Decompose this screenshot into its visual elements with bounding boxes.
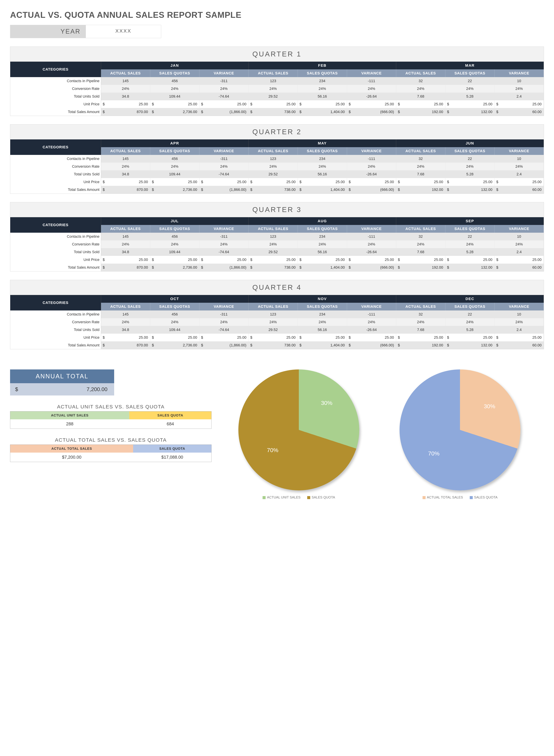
data-cell[interactable]: 456 (150, 233, 199, 240)
data-cell[interactable]: $25.00 (298, 100, 347, 108)
data-cell[interactable]: 24% (101, 240, 150, 248)
data-cell[interactable]: 10 (494, 233, 544, 240)
data-cell[interactable]: 29.52 (248, 248, 298, 256)
data-cell[interactable]: $25.00 (248, 100, 298, 108)
data-cell[interactable]: $2,736.00 (150, 186, 199, 194)
data-cell[interactable]: 123 (248, 77, 298, 85)
data-cell[interactable]: 22 (445, 155, 494, 163)
data-cell[interactable]: $25.00 (494, 334, 544, 341)
data-cell[interactable]: $25.00 (347, 100, 396, 108)
data-cell[interactable]: $25.00 (347, 334, 396, 341)
data-cell[interactable]: $25.00 (101, 178, 150, 186)
data-cell[interactable]: $1,404.00 (298, 186, 347, 194)
data-cell[interactable]: $25.00 (150, 100, 199, 108)
data-cell[interactable]: 5.28 (445, 170, 494, 178)
data-cell[interactable]: -111 (347, 233, 396, 240)
data-cell[interactable]: $(1,866.00) (199, 264, 248, 271)
data-cell[interactable]: 24% (199, 85, 248, 93)
data-cell[interactable]: $25.00 (494, 178, 544, 186)
data-cell[interactable]: 24% (445, 318, 494, 326)
data-cell[interactable]: 24% (298, 318, 347, 326)
data-cell[interactable]: 24% (347, 163, 396, 170)
data-cell[interactable]: 56.16 (298, 248, 347, 256)
data-cell[interactable]: $25.00 (396, 178, 445, 186)
data-cell[interactable]: 29.52 (248, 170, 298, 178)
data-cell[interactable]: 24% (445, 240, 494, 248)
data-cell[interactable]: 234 (298, 77, 347, 85)
data-cell[interactable]: 24% (101, 318, 150, 326)
data-cell[interactable]: $(666.00) (347, 264, 396, 271)
data-cell[interactable]: 456 (150, 310, 199, 318)
data-cell[interactable]: 109.44 (150, 170, 199, 178)
data-cell[interactable]: 2.4 (494, 170, 544, 178)
data-cell[interactable]: 7.68 (396, 248, 445, 256)
data-cell[interactable]: $192.00 (396, 264, 445, 271)
data-cell[interactable]: $738.00 (248, 186, 298, 194)
data-cell[interactable]: 24% (445, 85, 494, 93)
data-cell[interactable]: 24% (150, 318, 199, 326)
year-input[interactable]: XXXX (86, 25, 161, 38)
data-cell[interactable]: 56.16 (298, 170, 347, 178)
data-cell[interactable]: $25.00 (347, 256, 396, 264)
data-cell[interactable]: -311 (199, 233, 248, 240)
data-cell[interactable]: -74.64 (199, 170, 248, 178)
data-cell[interactable]: $25.00 (298, 178, 347, 186)
data-cell[interactable]: $25.00 (101, 256, 150, 264)
data-cell[interactable]: 24% (494, 318, 544, 326)
data-cell[interactable]: $870.00 (101, 341, 150, 349)
data-cell[interactable]: 32 (396, 155, 445, 163)
data-cell[interactable]: 145 (101, 155, 150, 163)
data-cell[interactable]: -311 (199, 77, 248, 85)
data-cell[interactable]: 34.8 (101, 326, 150, 334)
data-cell[interactable]: $738.00 (248, 108, 298, 116)
data-cell[interactable]: $25.00 (199, 334, 248, 341)
data-cell[interactable]: $60.00 (494, 264, 544, 271)
data-cell[interactable]: 234 (298, 155, 347, 163)
data-cell[interactable]: 22 (445, 77, 494, 85)
data-cell[interactable]: $1,404.00 (298, 341, 347, 349)
data-cell[interactable]: 2.4 (494, 248, 544, 256)
data-cell[interactable]: $25.00 (298, 334, 347, 341)
data-cell[interactable]: 24% (101, 85, 150, 93)
data-cell[interactable]: $25.00 (150, 178, 199, 186)
data-cell[interactable]: $25.00 (445, 256, 494, 264)
data-cell[interactable]: $25.00 (396, 256, 445, 264)
data-cell[interactable]: $(1,866.00) (199, 341, 248, 349)
data-cell[interactable]: 56.16 (298, 93, 347, 100)
data-cell[interactable]: -74.64 (199, 93, 248, 100)
data-cell[interactable]: 2.4 (494, 326, 544, 334)
data-cell[interactable]: 7.68 (396, 326, 445, 334)
data-cell[interactable]: -74.64 (199, 248, 248, 256)
data-cell[interactable]: 29.52 (248, 93, 298, 100)
data-cell[interactable]: -311 (199, 155, 248, 163)
data-cell[interactable]: 32 (396, 310, 445, 318)
data-cell[interactable]: 22 (445, 310, 494, 318)
data-cell[interactable]: 24% (396, 240, 445, 248)
data-cell[interactable]: $25.00 (101, 100, 150, 108)
data-cell[interactable]: 109.44 (150, 326, 199, 334)
data-cell[interactable]: $132.00 (445, 264, 494, 271)
data-cell[interactable]: -26.64 (347, 170, 396, 178)
data-cell[interactable]: 24% (445, 163, 494, 170)
data-cell[interactable]: $25.00 (248, 334, 298, 341)
data-cell[interactable]: 24% (150, 85, 199, 93)
data-cell[interactable]: $870.00 (101, 108, 150, 116)
data-cell[interactable]: 29.52 (248, 326, 298, 334)
data-cell[interactable]: 145 (101, 310, 150, 318)
data-cell[interactable]: 24% (396, 163, 445, 170)
data-cell[interactable]: $25.00 (396, 334, 445, 341)
data-cell[interactable]: 145 (101, 77, 150, 85)
data-cell[interactable]: $132.00 (445, 108, 494, 116)
data-cell[interactable]: -26.64 (347, 326, 396, 334)
data-cell[interactable]: -74.64 (199, 326, 248, 334)
data-cell[interactable]: $25.00 (248, 256, 298, 264)
data-cell[interactable]: 24% (199, 318, 248, 326)
data-cell[interactable]: 5.28 (445, 326, 494, 334)
data-cell[interactable]: $(1,866.00) (199, 186, 248, 194)
data-cell[interactable]: -111 (347, 77, 396, 85)
data-cell[interactable]: 22 (445, 233, 494, 240)
data-cell[interactable]: $60.00 (494, 341, 544, 349)
data-cell[interactable]: $738.00 (248, 341, 298, 349)
data-cell[interactable]: 456 (150, 155, 199, 163)
data-cell[interactable]: 24% (347, 240, 396, 248)
